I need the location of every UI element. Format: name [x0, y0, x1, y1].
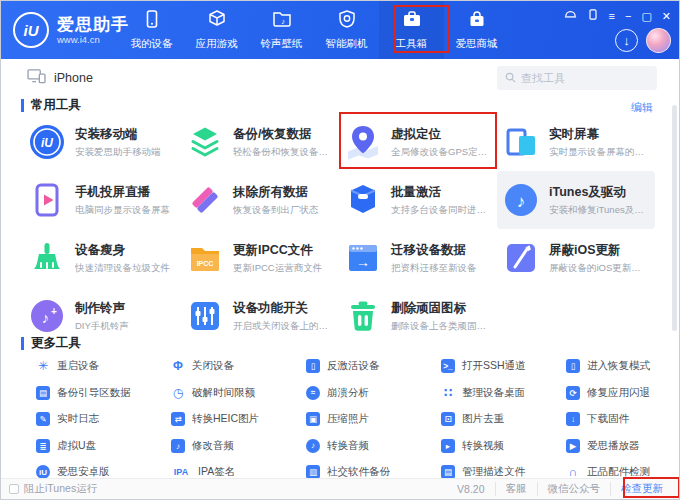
player-icon: ▶ — [566, 439, 580, 453]
status-bar: 阻止iTunes运行 V8.20 客服 微信公众号 检查更新 — [1, 478, 680, 499]
ipcc-folder-icon: IPCC — [187, 240, 223, 276]
connected-device[interactable]: iPhone — [27, 68, 93, 87]
user-area: ↓ — [615, 28, 671, 53]
svg-text:IPCC: IPCC — [197, 260, 214, 267]
tool-itunes-driver[interactable]: ♪ iTunes及驱动安装和修复iTunes及驱动 — [497, 171, 655, 229]
recovery-phone-icon: ▯ — [566, 359, 580, 373]
cube-icon — [207, 9, 227, 33]
check-update-link[interactable]: 检查更新 — [610, 482, 673, 496]
common-tools-grid: iU 安装移动端安装爱思助手移动端 备份/恢复数据轻松备份和恢复设备的资料 虚拟… — [23, 113, 655, 345]
log-pen-icon: ✎ — [36, 412, 50, 426]
maximize-icon[interactable]: ▢ — [641, 10, 651, 22]
clock-icon: ◷ — [171, 386, 185, 400]
menu-icon[interactable]: ≡ — [609, 10, 615, 22]
fix-app-icon: ⟳ — [566, 386, 580, 400]
theme-hat-icon[interactable] — [564, 8, 577, 23]
tool-migrate-data[interactable]: → 迁移设备数据把资料迁移至新设备 — [339, 229, 497, 287]
batch-activate-icon — [345, 182, 381, 218]
tool-feature-switch[interactable]: 设备功能开关开启或关闭设备上的辅助... — [181, 287, 339, 345]
window-controls: ≡ − ▢ ✕ — [564, 8, 671, 23]
tool-block-ios-update[interactable]: 屏蔽iOS更新屏蔽设备的iOS更新提示 — [497, 229, 655, 287]
audio-circle-icon: ♪ — [306, 439, 320, 453]
tool-device-slim[interactable]: 设备瘦身快速清理设备垃圾文件 — [23, 229, 181, 287]
tool-batch-activate[interactable]: 批量激活支持多台设备同时进行激活 — [339, 171, 497, 229]
i4-mobile-icon: iU — [29, 124, 65, 160]
power-icon: Φ — [171, 359, 185, 373]
nav-my-devices[interactable]: 我的设备 — [119, 1, 184, 59]
nav-toolbox[interactable]: 工具箱 — [379, 1, 444, 59]
user-avatar[interactable] — [646, 28, 671, 53]
more-tool-crack-time-limit[interactable]: ◷破解时间限额 — [160, 380, 295, 407]
svg-text:iU: iU — [41, 136, 53, 150]
more-tool-enter-recovery[interactable]: ▯进入恢复模式 — [555, 353, 650, 380]
checkbox-label: 阻止iTunes运行 — [24, 482, 97, 496]
svg-text:♪: ♪ — [517, 192, 526, 211]
block-itunes-checkbox[interactable]: 阻止iTunes运行 — [9, 482, 97, 496]
device-slim-icon — [29, 240, 65, 276]
customer-service-link[interactable]: 客服 — [495, 482, 537, 496]
tool-remove-stubborn-icons[interactable]: 删除顽固图标删除设备上各类顽固图标 — [339, 287, 497, 345]
tool-virtual-location[interactable]: 虚拟定位全局修改设备GPS定位信息 — [339, 113, 497, 171]
device-name: iPhone — [54, 71, 93, 85]
tool-install-mobile[interactable]: iU 安装移动端安装爱思助手移动端 — [23, 113, 181, 171]
status-bar-right: V8.20 客服 微信公众号 检查更新 — [447, 482, 673, 496]
download-manager-button[interactable]: ↓ — [615, 29, 638, 52]
tool-realtime-screen[interactable]: 实时屏幕实时显示设备屏幕的画面 — [497, 113, 655, 171]
more-tool-arrange-desktop[interactable]: ∷整理设备桌面 — [430, 380, 555, 407]
svg-text:+: + — [51, 306, 57, 317]
more-tools-grid: ✳重启设备 Φ关闭设备 ▯反激活设备 >_打开SSH通道 ▯进入恢复模式 ▤备份… — [25, 353, 650, 486]
migrate-data-icon: → — [345, 240, 381, 276]
make-ringtone-icon: ♪+ — [29, 298, 65, 334]
more-tool-virtual-usb[interactable]: ≣虚拟U盘 — [25, 433, 160, 460]
phone-icon — [142, 9, 162, 33]
feature-switch-icon — [187, 298, 223, 334]
tool-update-ipcc[interactable]: IPCC 更新IPCC文件更新IPCC运营商文件 — [181, 229, 339, 287]
video-icon: ▸ — [441, 439, 455, 453]
more-tool-edit-audio[interactable]: ♪修改音频 — [160, 433, 295, 460]
shop-bag-icon — [467, 9, 487, 33]
search-icon — [505, 69, 516, 87]
erase-data-icon — [187, 182, 223, 218]
block-ios-update-icon — [503, 240, 539, 276]
trash-icon — [345, 298, 381, 334]
more-tool-deactivate-device[interactable]: ▯反激活设备 — [295, 353, 430, 380]
more-tool-download-firmware[interactable]: ↓下载固件 — [555, 406, 650, 433]
more-tool-shutdown-device[interactable]: Φ关闭设备 — [160, 353, 295, 380]
nav-apps-games[interactable]: 应用游戏 — [184, 1, 249, 59]
more-tool-realtime-log[interactable]: ✎实时日志 — [25, 406, 160, 433]
more-tool-convert-heic[interactable]: ⇄转换HEIC图片 — [160, 406, 295, 433]
scrollbar-thumb[interactable] — [672, 105, 677, 331]
deactivate-phone-icon: ▯ — [306, 359, 320, 373]
nav-i4-store[interactable]: 爱思商城 — [444, 1, 509, 59]
more-tool-convert-audio[interactable]: ♪转换音频 — [295, 433, 430, 460]
svg-text:→: → — [356, 254, 370, 270]
audio-doc-icon: ♪ — [171, 439, 185, 453]
mini-mode-icon[interactable] — [587, 8, 599, 23]
ringtone-folder-icon: ♪ — [272, 9, 292, 33]
more-tool-photo-dedupe[interactable]: ⊡图片去重 — [430, 406, 555, 433]
screen-cast-icon — [29, 182, 65, 218]
more-tool-backup-boot-data[interactable]: ▤备份引导区数据 — [25, 380, 160, 407]
more-tool-compress-photo[interactable]: ▣压缩照片 — [295, 406, 430, 433]
minimize-icon[interactable]: − — [625, 10, 631, 22]
realtime-screen-icon — [503, 124, 539, 160]
more-tool-i4-player[interactable]: ▶爱思播放器 — [555, 433, 650, 460]
terminal-icon: >_ — [441, 359, 455, 373]
more-tool-open-ssh[interactable]: >_打开SSH通道 — [430, 353, 555, 380]
more-tool-fix-app-crash[interactable]: ⟳修复应用闪退 — [555, 380, 650, 407]
search-input[interactable] — [521, 72, 641, 84]
more-tool-restart-device[interactable]: ✳重启设备 — [25, 353, 160, 380]
tool-backup-restore[interactable]: 备份/恢复数据轻松备份和恢复设备的资料 — [181, 113, 339, 171]
photo-dedupe-icon: ⊡ — [441, 412, 455, 426]
tool-erase-data[interactable]: 抹除所有数据恢复设备到出厂状态 — [181, 171, 339, 229]
tool-screen-cast[interactable]: 手机投屏直播电脑同步显示设备屏幕 — [23, 171, 181, 229]
more-tool-crash-analysis[interactable]: ≈崩溃分析 — [295, 380, 430, 407]
close-icon[interactable]: ✕ — [662, 10, 671, 22]
nav-ringtones-wallpapers[interactable]: ♪ 铃声壁纸 — [249, 1, 314, 59]
wechat-link[interactable]: 微信公众号 — [537, 482, 611, 496]
nav-smart-flash[interactable]: 智能刷机 — [314, 1, 379, 59]
grid-dots-icon: ∷ — [441, 386, 455, 400]
version-label: V8.20 — [447, 483, 494, 495]
device-screen-icon — [27, 68, 46, 87]
more-tool-convert-video[interactable]: ▸转换视频 — [430, 433, 555, 460]
